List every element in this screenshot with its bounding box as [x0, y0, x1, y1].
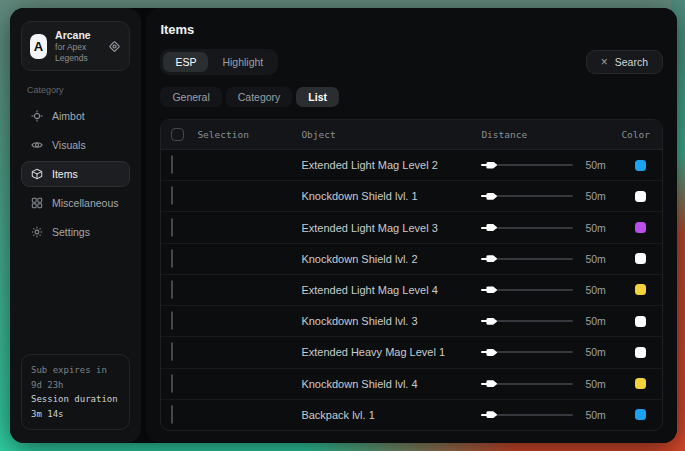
color-swatch[interactable] [635, 409, 646, 420]
row-checkbox[interactable] [171, 311, 173, 330]
table-body: Extended Light Mag Level 2 50m Knockdown… [161, 150, 662, 430]
table-row: Knockdown Shield lvl. 1 50m [161, 181, 662, 212]
color-swatch[interactable] [635, 316, 646, 327]
tab-list[interactable]: List [296, 87, 339, 107]
distance-slider[interactable] [481, 315, 573, 327]
sidebar-item-visuals[interactable]: Visuals [21, 132, 130, 158]
sidebar: A Arcane for Apex Legends Category Aimbo… [10, 8, 141, 443]
row-checkbox[interactable] [171, 249, 173, 268]
header-row: ESPHighlight × Search [160, 49, 663, 75]
sidebar-item-label: Settings [52, 226, 90, 238]
table-row: Extended Heavy Mag Level 1 50m [161, 337, 662, 368]
color-swatch[interactable] [635, 222, 646, 233]
tab-category[interactable]: Category [226, 87, 293, 107]
slider-thumb[interactable] [486, 349, 497, 356]
distance-slider[interactable] [481, 190, 573, 202]
select-all-checkbox[interactable] [171, 128, 184, 141]
main-panel: Items ESPHighlight × Search GeneralCateg… [146, 8, 677, 443]
distance-slider[interactable] [481, 284, 573, 296]
object-name: Backpack lvl. 1 [301, 409, 481, 421]
slider-thumb[interactable] [486, 286, 497, 293]
distance-slider[interactable] [481, 253, 573, 265]
object-name: Extended Light Mag Level 3 [301, 222, 481, 234]
column-header-color: Color [621, 129, 652, 140]
app-logo: A [30, 34, 47, 59]
sidebar-item-label: Aimbot [52, 110, 85, 122]
search-button-label: Search [615, 56, 648, 68]
color-swatch[interactable] [635, 253, 646, 264]
color-swatch[interactable] [635, 160, 646, 171]
app-brand: A Arcane for Apex Legends [21, 21, 130, 71]
search-button[interactable]: × Search [586, 50, 663, 74]
distance-value: 50m [585, 346, 605, 358]
tab-esp[interactable]: ESP [163, 52, 208, 72]
slider-thumb[interactable] [486, 255, 497, 262]
distance-value: 50m [585, 315, 605, 327]
tab-highlight[interactable]: Highlight [210, 52, 275, 72]
crosshair-icon [31, 110, 43, 122]
distance-value: 50m [585, 222, 605, 234]
table-row: Backpack lvl. 1 50m [161, 400, 662, 430]
table-row: Knockdown Shield lvl. 2 50m [161, 244, 662, 275]
table-row: Knockdown Shield lvl. 3 50m [161, 306, 662, 337]
sidebar-item-label: Visuals [52, 139, 86, 151]
color-swatch[interactable] [635, 191, 646, 202]
table-header: Selection Object Distance Color [161, 120, 662, 150]
cheat-menu-window: A Arcane for Apex Legends Category Aimbo… [10, 8, 677, 443]
tab-general[interactable]: General [160, 87, 221, 107]
mode-tab-group: ESPHighlight [160, 49, 278, 75]
row-checkbox[interactable] [171, 342, 173, 361]
distance-value: 50m [585, 409, 605, 421]
row-checkbox[interactable] [171, 155, 173, 174]
slider-thumb[interactable] [486, 193, 497, 200]
row-checkbox[interactable] [171, 218, 173, 237]
x-icon: × [601, 56, 608, 68]
row-checkbox[interactable] [171, 186, 173, 205]
box-icon [31, 168, 43, 180]
object-name: Knockdown Shield lvl. 2 [301, 253, 481, 265]
table-row: Extended Light Mag Level 3 50m [161, 212, 662, 243]
subscription-info-box: Sub expires in 9d 23h Session duration 3… [21, 354, 130, 430]
color-swatch[interactable] [635, 378, 646, 389]
row-checkbox[interactable] [171, 405, 173, 424]
distance-slider[interactable] [481, 346, 573, 358]
view-tab-group: GeneralCategoryList [160, 87, 663, 107]
brand-text: Arcane for Apex Legends [55, 29, 100, 63]
table-row: Extended Light Mag Level 4 50m [161, 275, 662, 306]
table-row: Extended Light Mag Level 2 50m [161, 150, 662, 181]
distance-slider[interactable] [481, 378, 573, 390]
color-swatch[interactable] [635, 284, 646, 295]
slider-thumb[interactable] [486, 224, 497, 231]
object-name: Knockdown Shield lvl. 3 [301, 315, 481, 327]
column-header-object: Object [301, 129, 481, 140]
object-name: Knockdown Shield lvl. 1 [301, 190, 481, 202]
category-label: Category [27, 85, 124, 95]
row-checkbox[interactable] [171, 374, 173, 393]
sub-expires-text: Sub expires in 9d 23h [31, 363, 120, 392]
distance-value: 50m [585, 253, 605, 265]
distance-slider[interactable] [481, 159, 573, 171]
row-checkbox[interactable] [171, 280, 173, 299]
sidebar-item-label: Items [52, 168, 78, 180]
slider-thumb[interactable] [486, 162, 497, 169]
column-header-distance: Distance [481, 129, 621, 140]
sidebar-nav: Aimbot Visuals Items Miscellaneous Setti… [21, 103, 130, 245]
sidebar-item-miscellaneous[interactable]: Miscellaneous [21, 190, 130, 216]
color-swatch[interactable] [635, 347, 646, 358]
sidebar-item-items[interactable]: Items [21, 161, 130, 187]
sidebar-item-settings[interactable]: Settings [21, 219, 130, 245]
distance-slider[interactable] [481, 222, 573, 234]
sidebar-item-label: Miscellaneous [52, 197, 119, 209]
distance-value: 50m [585, 190, 605, 202]
distance-slider[interactable] [481, 409, 573, 421]
slider-thumb[interactable] [486, 411, 497, 418]
distance-value: 50m [585, 284, 605, 296]
gear-icon [31, 226, 43, 238]
slider-thumb[interactable] [486, 380, 497, 387]
sidebar-item-aimbot[interactable]: Aimbot [21, 103, 130, 129]
gem-icon[interactable] [108, 40, 121, 53]
distance-value: 50m [585, 159, 605, 171]
column-header-selection: Selection [197, 129, 248, 140]
session-duration-text: Session duration 3m 14s [31, 392, 120, 421]
slider-thumb[interactable] [486, 318, 497, 325]
